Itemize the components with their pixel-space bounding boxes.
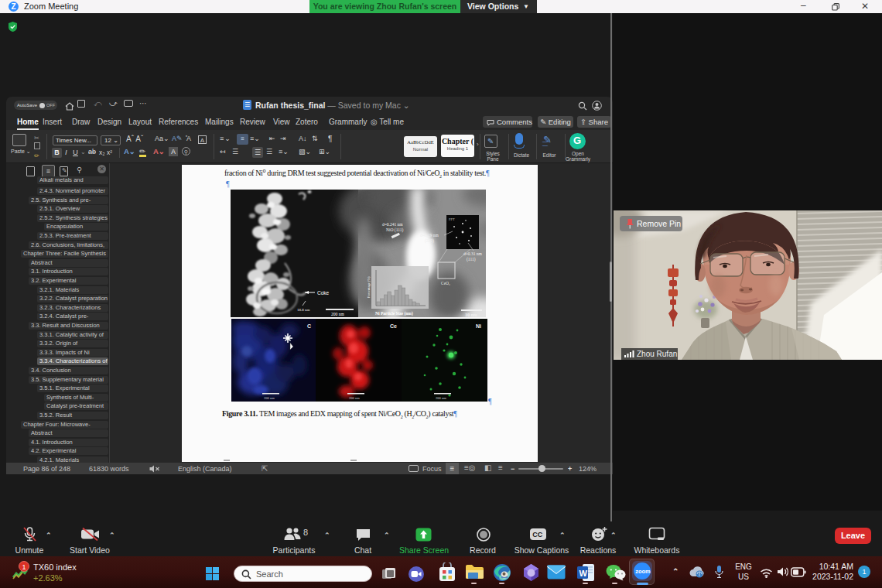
svg-text:C: C <box>307 323 311 329</box>
svg-text:(111): (111) <box>467 257 476 262</box>
svg-text:d=0.19 nm: d=0.19 nm <box>420 233 439 238</box>
svg-text:200 nm: 200 nm <box>331 312 344 316</box>
svg-text:CC: CC <box>532 531 542 538</box>
svg-text:Zhou Rufan: Zhou Rufan <box>637 350 677 358</box>
svg-text:10 nm: 10 nm <box>465 313 477 317</box>
svg-text:200 nm: 200 nm <box>264 396 275 400</box>
svg-text:d=0.31 nm: d=0.31 nm <box>463 251 483 256</box>
svg-text:200 nm: 200 nm <box>349 396 360 400</box>
svg-text:Ni: Ni <box>476 323 481 329</box>
svg-text:Remove Pin: Remove Pin <box>637 219 681 228</box>
svg-text:(220): (220) <box>425 238 434 244</box>
svg-text:18.8 nm: 18.8 nm <box>297 308 310 312</box>
svg-text:FFT: FFT <box>449 217 455 221</box>
svg-text:Percentage (%): Percentage (%) <box>367 276 371 298</box>
svg-text:W: W <box>579 569 588 578</box>
svg-text:zoom: zoom <box>635 568 651 575</box>
svg-text:CeO₂: CeO₂ <box>441 281 450 285</box>
svg-text:NiO (111): NiO (111) <box>386 227 404 233</box>
svg-text:Coke: Coke <box>317 290 330 296</box>
svg-text:200 nm: 200 nm <box>436 396 446 400</box>
svg-text:Ce: Ce <box>390 323 397 329</box>
svg-text:d=0.241 nm: d=0.241 nm <box>382 222 403 227</box>
svg-text:Ni Particle Size (nm): Ni Particle Size (nm) <box>375 311 413 316</box>
